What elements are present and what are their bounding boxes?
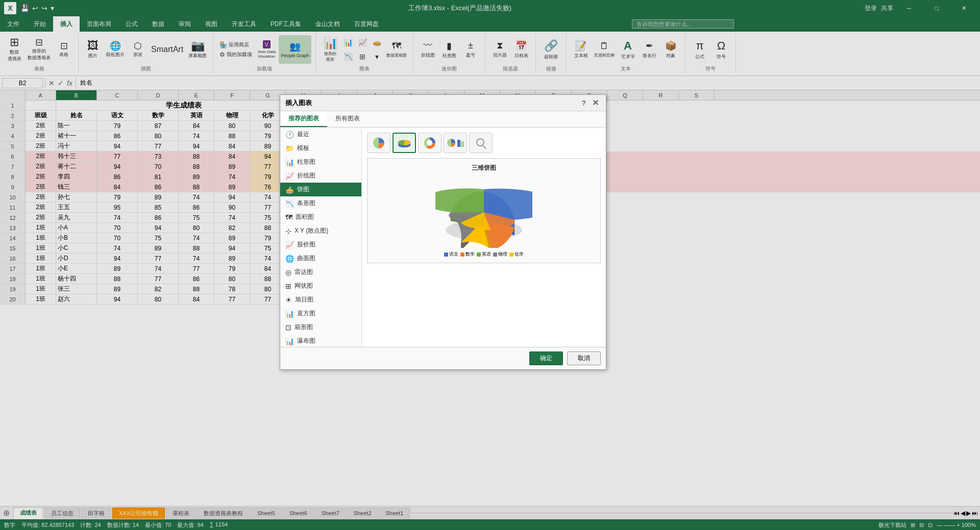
radar-label: 雷达图 (295, 268, 313, 276)
sidebar-radar[interactable]: ◎ 雷达图 (280, 265, 361, 279)
scatter-label: X Y (散点图) (295, 226, 328, 235)
stock-icon: 📈 (285, 241, 294, 249)
chart-type-2d-pie[interactable] (367, 133, 390, 153)
legend-shuxue-label: 数学 (465, 251, 475, 258)
waterfall-label: 瀑布图 (297, 337, 315, 345)
treemap-icon: ⊞ (285, 282, 291, 290)
dialog-help-btn[interactable]: ? (581, 99, 586, 107)
bar-icon: 📉 (285, 199, 294, 208)
svg-line-7 (483, 145, 486, 148)
svg-rect-4 (457, 140, 460, 147)
line-label: 折线图 (297, 171, 315, 180)
chart-preview-svg (435, 176, 532, 248)
template-icon: 📁 (285, 144, 294, 153)
sunburst-label: 旭日图 (295, 295, 313, 304)
legend-wuli-label: 物理 (498, 251, 507, 258)
surface-icon: 🌐 (285, 255, 294, 263)
sidebar-histogram[interactable]: 📊 直方图 (280, 307, 361, 320)
sidebar-waterfall[interactable]: 📊 瀑布图 (280, 334, 361, 347)
chart-legend: 语文 数学 英语 物理 (444, 251, 524, 258)
legend-huaxue-dot (509, 253, 513, 257)
pie-label: 饼图 (297, 185, 309, 194)
stock-label: 股价图 (297, 240, 315, 249)
legend-yingyu-dot (477, 253, 481, 257)
insert-chart-dialog: 插入图表 ? ✕ 推荐的图表 所有图表 🕐 最近 📁 模板 📊 (280, 94, 606, 370)
sidebar-pie[interactable]: 🥧 饼图 (280, 183, 361, 196)
legend-yingyu-label: 英语 (482, 251, 491, 258)
legend-wuli-dot (493, 253, 497, 257)
legend-yuwen-label: 语文 (449, 251, 458, 258)
sidebar-sunburst[interactable]: ☀ 旭日图 (280, 293, 361, 307)
chart-type-donut[interactable] (418, 133, 442, 153)
chart-type-3d-pie[interactable] (393, 133, 416, 153)
column-icon: 📊 (285, 158, 294, 166)
histogram-label: 直方图 (297, 309, 315, 318)
chart-preview-title: 三维饼图 (472, 164, 496, 172)
dialog-title-text: 插入图表 (285, 98, 312, 108)
dialog-title-right: ? ✕ (581, 98, 601, 108)
recent-icon: 🕐 (285, 131, 294, 139)
sidebar-line[interactable]: 📈 折线图 (280, 169, 361, 183)
svg-point-2 (427, 140, 432, 145)
histogram-icon: 📊 (285, 310, 294, 318)
dialog-cancel-btn[interactable]: 取消 (567, 351, 601, 365)
sidebar-recent[interactable]: 🕐 最近 (280, 128, 361, 141)
legend-huaxue-label: 化学 (514, 251, 524, 258)
sidebar-area[interactable]: 🗺 面积图 (280, 210, 361, 224)
dialog-tabs: 推荐的图表 所有图表 (280, 111, 606, 128)
template-label: 模板 (297, 144, 309, 153)
dialog-title-bar: 插入图表 ? ✕ (280, 95, 606, 111)
column-label: 柱形图 (297, 158, 315, 166)
chart-preview: 三维饼图 (367, 158, 601, 263)
legend-yuwen-dot (444, 253, 448, 257)
treemap-label: 网状图 (295, 282, 313, 290)
chart-type-search[interactable] (469, 133, 493, 153)
legend-huaxue: 化学 (509, 251, 524, 258)
dialog-footer: 确定 取消 (280, 347, 606, 369)
legend-wuli: 物理 (493, 251, 507, 258)
sidebar-template[interactable]: 📁 模板 (280, 141, 361, 155)
radar-icon: ◎ (285, 268, 291, 276)
chart-type-bar-pie[interactable] (444, 133, 467, 153)
legend-yuwen: 语文 (444, 251, 458, 258)
line-icon: 📈 (285, 172, 294, 180)
svg-point-6 (477, 139, 484, 146)
bar-label: 条形图 (297, 199, 315, 208)
sidebar-scatter[interactable]: ⊹ X Y (散点图) (280, 224, 361, 238)
legend-yingyu: 英语 (477, 251, 491, 258)
sidebar-surface[interactable]: 🌐 曲面图 (280, 251, 361, 265)
sidebar-column[interactable]: 📊 柱形图 (280, 155, 361, 169)
chart-type-icons (367, 133, 601, 153)
boxwhisker-icon: ⊡ (285, 323, 291, 332)
legend-shuxue: 数学 (460, 251, 475, 258)
sunburst-icon: ☀ (285, 296, 292, 304)
area-label: 面积图 (296, 213, 314, 221)
sidebar-stock[interactable]: 📈 股价图 (280, 238, 361, 251)
dialog-sidebar: 🕐 最近 📁 模板 📊 柱形图 📈 折线图 🥧 饼图 (280, 128, 362, 347)
dialog-ok-btn[interactable]: 确定 (529, 351, 563, 365)
sidebar-bar[interactable]: 📉 条形图 (280, 196, 361, 210)
dialog-body: 🕐 最近 📁 模板 📊 柱形图 📈 折线图 🥧 饼图 (280, 128, 606, 347)
sidebar-boxwhisker[interactable]: ⊡ 箱形图 (280, 320, 361, 334)
surface-label: 曲面图 (297, 254, 315, 263)
recent-label: 最近 (297, 130, 309, 139)
dialog-overlay: 插入图表 ? ✕ 推荐的图表 所有图表 🕐 最近 📁 模板 📊 (0, 0, 980, 530)
dialog-tab-all[interactable]: 所有图表 (327, 111, 368, 127)
svg-rect-5 (461, 141, 464, 147)
legend-shuxue-dot (460, 253, 464, 257)
dialog-close-btn[interactable]: ✕ (590, 98, 601, 108)
sidebar-treemap[interactable]: ⊞ 网状图 (280, 279, 361, 293)
dialog-main: 三维饼图 (362, 128, 606, 347)
pie-icon: 🥧 (285, 186, 294, 194)
dialog-tab-recommended[interactable]: 推荐的图表 (280, 111, 327, 127)
scatter-icon: ⊹ (285, 227, 291, 235)
area-icon: 🗺 (285, 213, 292, 221)
boxwhisker-label: 箱形图 (295, 323, 313, 332)
waterfall-icon: 📊 (285, 337, 294, 345)
